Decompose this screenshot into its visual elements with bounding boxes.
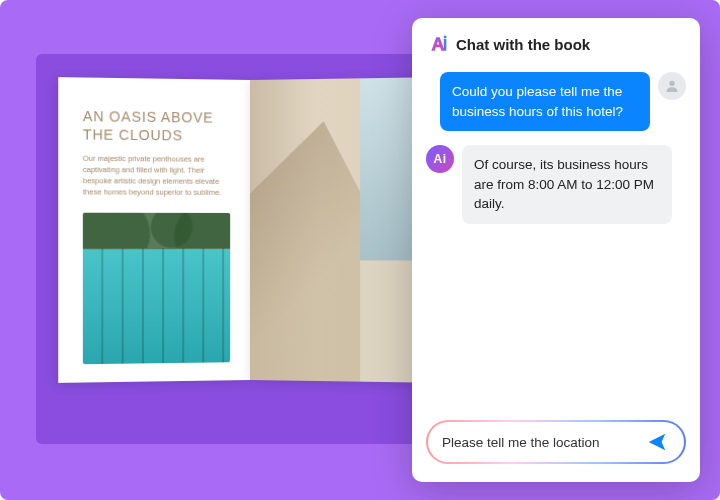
chat-title: Chat with the book: [456, 36, 590, 53]
book-page-left: AN OASIS ABOVE THE CLOUDS Our majestic p…: [58, 77, 250, 383]
chat-input-inner: [428, 422, 684, 462]
user-message-bubble: Could you please tell me the business ho…: [440, 72, 650, 131]
send-button[interactable]: [640, 425, 674, 459]
user-avatar-icon: [658, 72, 686, 100]
book-image-pool: [83, 212, 230, 364]
ai-avatar-badge: Ai: [434, 152, 447, 166]
send-icon: [646, 431, 668, 453]
svg-rect-0: [444, 39, 447, 51]
ai-message-bubble: Of course, its business hours are from 8…: [462, 145, 672, 224]
chat-input[interactable]: [442, 435, 632, 450]
book-title: AN OASIS ABOVE THE CLOUDS: [83, 108, 230, 145]
svg-rect-1: [444, 36, 447, 39]
chat-input-wrap: [412, 420, 700, 482]
message-row-ai: Ai Of course, its business hours are fro…: [426, 145, 686, 224]
svg-point-2: [669, 81, 674, 86]
chat-input-border: [426, 420, 686, 464]
message-row-user: Could you please tell me the business ho…: [426, 72, 686, 131]
book-spread: AN OASIS ABOVE THE CLOUDS Our majestic p…: [60, 80, 440, 380]
chat-body: Could you please tell me the business ho…: [412, 66, 700, 420]
ai-avatar-icon: Ai: [426, 145, 454, 173]
ai-logo-icon: [428, 34, 448, 54]
book-body: Our majestic private penthouses are capt…: [83, 154, 230, 199]
canvas: AN OASIS ABOVE THE CLOUDS Our majestic p…: [0, 0, 720, 500]
chat-panel: Chat with the book Could you please tell…: [412, 18, 700, 482]
chat-header: Chat with the book: [412, 18, 700, 66]
